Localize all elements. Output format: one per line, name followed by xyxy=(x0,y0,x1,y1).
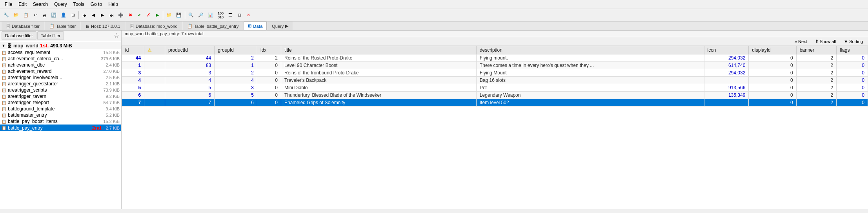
table-cell: 0 xyxy=(257,77,281,84)
table-cell: 0 xyxy=(749,69,796,77)
table-row[interactable]: 3320Reins of the Ironbound Proto-DrakeFl… xyxy=(122,69,868,77)
sidebar-items-container: 📋access_requirement15.8 KiB📋achievement_… xyxy=(0,49,121,131)
table-cell: Thunderfury, Blessed Blade of the Windse… xyxy=(281,92,476,99)
table-cell: 135,349 xyxy=(704,92,749,99)
tab-database[interactable]: 🗄 Database: mop_world xyxy=(126,22,182,30)
sidebar-item-name: areatrigger_queststarter xyxy=(8,81,103,87)
col-flags: flags xyxy=(837,46,868,54)
table-cell: 2 xyxy=(257,54,281,62)
tb-zoom-out[interactable]: 🔍 xyxy=(186,11,196,20)
tab-table-filter[interactable]: 📋 Table filter xyxy=(45,22,80,30)
table-cell: 0 xyxy=(257,69,281,77)
db-filter-tab[interactable]: Database filter xyxy=(2,31,36,40)
table-cell: 5 xyxy=(215,92,257,99)
table-row[interactable]: 7760Enameled Grips of SolemnityItem leve… xyxy=(122,99,868,106)
tb-folder[interactable]: 📁 xyxy=(164,11,174,20)
sidebar-item[interactable]: 📋areatrigger_teleport54.7 KiB xyxy=(0,99,121,106)
table-cell: 0 xyxy=(837,84,868,92)
tb-nav-end[interactable]: ⏭ xyxy=(107,11,116,20)
table-row[interactable]: 6650Thunderfury, Blessed Blade of the Wi… xyxy=(122,92,868,99)
sidebar-item[interactable]: 📋battle_pay_boost_items15.2 KiB xyxy=(0,118,121,125)
table-row[interactable]: 444422Reins of the Rusted Proto-DrakeFly… xyxy=(122,54,868,62)
tb-binary[interactable]: 100010 xyxy=(216,11,226,20)
tb-close[interactable]: ✕ xyxy=(244,11,253,20)
menu-goto[interactable]: Go to xyxy=(87,1,105,8)
tb-cross[interactable]: ✗ xyxy=(144,11,153,20)
sidebar-item[interactable]: 📋areatrigger_involvedrela...2.5 KiB xyxy=(0,74,121,81)
menu-edit[interactable]: Edit xyxy=(15,1,30,8)
sidebar-item-name: battleground_template xyxy=(8,106,103,112)
tb-open[interactable]: 📂 xyxy=(11,11,21,20)
row-count-text: mop_world.battle_pay_entry: 7 rows total xyxy=(125,31,204,36)
table-row[interactable]: 4440Traveler's BackpackBag 16 slots020 xyxy=(122,77,868,84)
table-icon: 📋 xyxy=(2,76,6,80)
sidebar-item[interactable]: 📋achievement_criteria_da...379.6 KiB xyxy=(0,56,121,62)
tb-user[interactable]: 👤 xyxy=(59,11,68,20)
showall-button[interactable]: ⬆ Show all xyxy=(812,38,840,45)
tb-nav-start[interactable]: ⏮ xyxy=(80,11,89,20)
tb-delete[interactable]: ✖ xyxy=(126,11,135,20)
data-table: id ⚠ productId groupId idx title descrip… xyxy=(122,46,868,106)
table-cell: 6 xyxy=(215,99,257,106)
table-row[interactable]: 5530Mini DiabloPet913,566020 xyxy=(122,84,868,92)
table-cell: 913,566 xyxy=(704,84,749,92)
table-cell: 3 xyxy=(165,69,214,77)
table-cell: 4 xyxy=(215,77,257,84)
sidebar-item[interactable]: 📋areatrigger_tavern9.2 KiB xyxy=(0,93,121,99)
next-button[interactable]: » Next xyxy=(791,38,811,45)
sidebar-item[interactable]: 📋areatrigger_scripts73.9 KiB xyxy=(0,87,121,93)
tb-print[interactable]: 🖨 xyxy=(40,11,49,20)
sidebar-root-db[interactable]: ▼ 🗄 mop_world 1st. 490.3 MiB xyxy=(0,42,121,49)
menu-query[interactable]: Query xyxy=(51,1,70,8)
tb-grid2[interactable]: ⊟ xyxy=(235,11,244,20)
table-cell: 2 xyxy=(796,99,836,106)
tb-save[interactable]: 💾 xyxy=(174,11,184,20)
menu-file[interactable]: File xyxy=(2,1,15,8)
sorting-button[interactable]: ▼ Sorting xyxy=(840,38,866,45)
tab-db-filter[interactable]: 🗄 Database filter xyxy=(2,22,44,30)
sidebar-star[interactable]: ☆ xyxy=(113,31,120,40)
menu-search[interactable]: Search xyxy=(30,1,51,8)
table-row[interactable]: 18310Level 90 Character BoostThere comes… xyxy=(122,62,868,69)
tb-list[interactable]: ☰ xyxy=(226,11,235,20)
tb-copy[interactable]: 📋 xyxy=(21,11,31,20)
sidebar-item[interactable]: 📋battleground_template9.4 KiB xyxy=(0,106,121,112)
tb-nav-prev[interactable]: ◀ xyxy=(89,11,98,20)
tb-check[interactable]: ✔ xyxy=(135,11,144,20)
sidebar-item[interactable]: 📋access_requirement15.8 KiB xyxy=(0,49,121,56)
tb-new[interactable]: 🔧 xyxy=(2,11,11,20)
tb-add[interactable]: ➕ xyxy=(116,11,126,20)
tb-zoom-in[interactable]: 🔎 xyxy=(196,11,206,20)
tb-nav-next[interactable]: ▶ xyxy=(98,11,107,20)
sidebar-item-size: 9.4 KiB xyxy=(104,106,120,111)
tb-refresh[interactable]: 🔄 xyxy=(49,11,58,20)
database-icon: 🗄 xyxy=(130,24,134,29)
tb-play[interactable]: ▶ xyxy=(153,11,162,20)
table-cell: 0 xyxy=(837,62,868,69)
sidebar-item[interactable]: 📋achievement_reward27.0 KiB xyxy=(0,68,121,74)
tab-table[interactable]: 📋 Table: battle_pay_entry xyxy=(183,22,243,30)
menu-tools[interactable]: Tools xyxy=(70,1,87,8)
col-icon: icon xyxy=(704,46,749,54)
sidebar-item-size: 54.7 KiB xyxy=(102,100,120,105)
sidebar-item[interactable]: 📋areatrigger_queststarter2.1 KiB xyxy=(0,81,121,87)
sidebar-item[interactable]: 📋battle_pay_entry2nd.2.7 KiB xyxy=(0,125,121,131)
table-cell: 0 xyxy=(749,54,796,62)
tab-query[interactable]: Query ▶ xyxy=(267,22,293,30)
tb-chart[interactable]: 📊 xyxy=(206,11,215,20)
tab-data[interactable]: ⊞ Data xyxy=(244,22,267,30)
menu-help[interactable]: Help xyxy=(105,1,121,8)
table-cell: Enameled Grips of Solemnity xyxy=(281,99,476,106)
sidebar-item[interactable]: 📋battlemaster_entry5.2 KiB xyxy=(0,112,121,118)
tab-host[interactable]: 🖥 Host: 127.0.0.1 xyxy=(81,22,125,30)
sidebar-item-size: 15.8 KiB xyxy=(102,50,120,55)
table-icon: 📋 xyxy=(2,63,6,67)
table-cell: 614,740 xyxy=(704,62,749,69)
tb-grid[interactable]: ⊞ xyxy=(69,11,77,20)
sidebar-item-name: achievement_reward xyxy=(8,69,100,74)
tb-undo[interactable]: ↩ xyxy=(31,11,40,20)
table-cell: 0 xyxy=(749,92,796,99)
table-icon: 📋 xyxy=(2,119,6,124)
sidebar-item[interactable]: 📋achievement_dbc2.4 KiB xyxy=(0,62,121,68)
table-filter-tab[interactable]: Table filter xyxy=(37,31,64,40)
